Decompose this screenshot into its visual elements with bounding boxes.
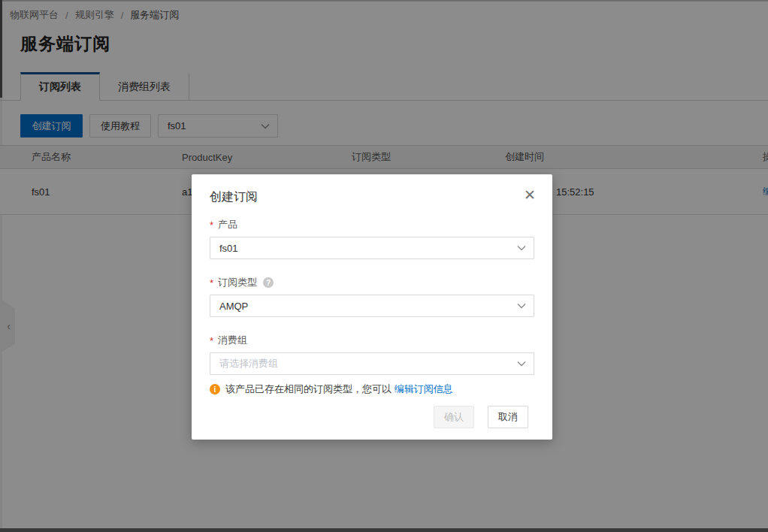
consumer-group-placeholder: 请选择消费组 (210, 357, 278, 370)
required-marker: * (210, 219, 213, 231)
product-field-label: * 产品 (210, 218, 534, 231)
info-text: 该产品已存在相同的订阅类型，您可以 编辑订阅信息 (225, 382, 453, 396)
subscription-type-value: AMQP (210, 301, 248, 312)
consumer-group-field-label: * 消费组 (210, 334, 534, 347)
chevron-down-icon (517, 361, 526, 367)
edit-subscription-info-link[interactable]: 编辑订阅信息 (395, 383, 453, 394)
consumer-group-select[interactable]: 请选择消费组 (210, 352, 534, 375)
bottom-window-edge (0, 528, 768, 532)
field-label-text: 消费组 (218, 334, 247, 347)
help-icon[interactable]: ? (263, 277, 274, 288)
subscription-type-field-label: * 订阅类型 ? (210, 276, 534, 289)
required-marker: * (210, 277, 213, 289)
create-subscription-modal: 创建订阅 ✕ * 产品 fs01 * 订阅类型 ? AMQP * 消费组 请选择… (192, 174, 552, 440)
product-select-value: fs01 (210, 243, 238, 254)
modal-footer: 确认 取消 (434, 406, 528, 428)
info-icon: i (210, 384, 220, 394)
close-icon[interactable]: ✕ (524, 188, 536, 202)
field-label-text: 订阅类型 (218, 276, 257, 289)
confirm-button[interactable]: 确认 (434, 406, 474, 428)
chevron-down-icon (517, 304, 526, 309)
modal-title: 创建订阅 (210, 189, 534, 206)
required-marker: * (210, 335, 213, 346)
chevron-down-icon (517, 246, 526, 251)
product-select[interactable]: fs01 (210, 237, 534, 259)
cancel-button[interactable]: 取消 (488, 406, 528, 428)
duplicate-subscription-info: i 该产品已存在相同的订阅类型，您可以 编辑订阅信息 (210, 382, 534, 396)
field-label-text: 产品 (218, 218, 237, 231)
subscription-type-select[interactable]: AMQP (210, 295, 534, 317)
